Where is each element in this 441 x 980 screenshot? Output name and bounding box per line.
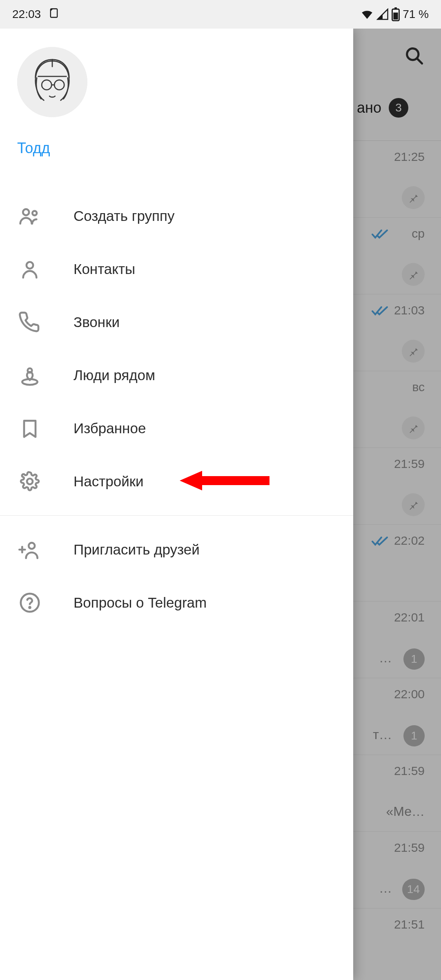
status-battery: 71 % [403, 8, 429, 21]
menu-item-label: Создать группу [74, 208, 174, 224]
menu-item-settings[interactable]: Настройки [0, 455, 353, 508]
add-person-icon [17, 537, 42, 562]
wifi-icon [360, 7, 374, 21]
avatar[interactable] [17, 47, 87, 117]
svg-rect-3 [394, 13, 398, 20]
drawer-header[interactable]: Тодд [0, 29, 353, 169]
menu-item-contacts[interactable]: Контакты [0, 243, 353, 296]
svg-point-12 [27, 262, 33, 269]
group-icon [17, 203, 42, 229]
svg-point-10 [23, 209, 29, 215]
menu-item-calls[interactable]: Звонки [0, 296, 353, 349]
bookmark-icon [17, 416, 42, 441]
menu-item-label: Контакты [74, 261, 135, 277]
svg-marker-16 [180, 471, 270, 490]
menu-item-label: Избранное [74, 420, 146, 437]
svg-point-21 [29, 607, 31, 608]
menu-item-saved-messages[interactable]: Избранное [0, 402, 353, 455]
svg-point-6 [17, 47, 87, 117]
status-bar: 22:03 71 % [0, 0, 441, 29]
svg-point-17 [29, 543, 35, 549]
svg-rect-2 [394, 7, 397, 9]
help-icon [17, 590, 42, 615]
username[interactable]: Тодд [17, 140, 336, 157]
menu-divider [0, 515, 353, 516]
annotation-arrow [180, 468, 270, 494]
signal-icon [376, 8, 389, 20]
navigation-drawer: Тодд Создать группу Контакты [0, 29, 353, 980]
menu-item-people-nearby[interactable]: Люди рядом [0, 349, 353, 402]
sim-icon [48, 7, 60, 22]
menu-item-label: Люди рядом [74, 367, 155, 383]
menu-item-label: Вопросы о Telegram [74, 595, 207, 611]
menu-item-new-group[interactable]: Создать группу [0, 189, 353, 243]
phone-icon [17, 310, 42, 335]
menu-item-invite-friends[interactable]: Пригласить друзей [0, 523, 353, 576]
menu-item-faq[interactable]: Вопросы о Telegram [0, 576, 353, 629]
drawer-menu: Создать группу Контакты Звонки [0, 169, 353, 629]
menu-item-label: Пригласить друзей [74, 541, 200, 558]
svg-point-15 [27, 479, 33, 484]
svg-point-11 [32, 211, 37, 216]
gear-icon [17, 469, 42, 494]
nearby-icon [17, 363, 42, 388]
menu-item-label: Звонки [74, 314, 120, 330]
status-time: 22:03 [12, 8, 41, 21]
battery-icon [391, 7, 400, 21]
person-icon [17, 256, 42, 282]
menu-item-label: Настройки [74, 473, 144, 490]
